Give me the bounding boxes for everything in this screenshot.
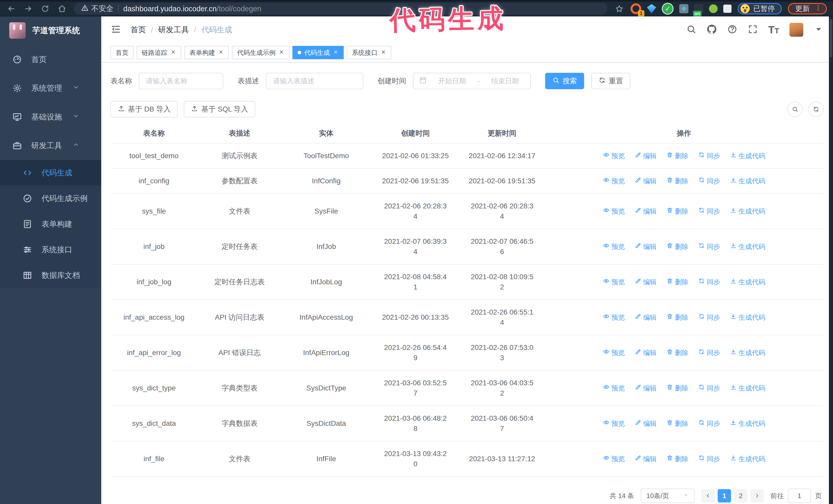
action-edit[interactable]: 编辑 <box>635 151 657 161</box>
address-bar[interactable]: 不安全 dashboard.yudao.iocoder.cn/tool/code… <box>74 3 608 15</box>
caret-down-icon[interactable] <box>813 24 824 35</box>
action-delete[interactable]: 删除 <box>666 151 688 161</box>
menu-fold-icon[interactable] <box>111 24 121 35</box>
table-name-input[interactable] <box>139 73 223 89</box>
extension-blue-gem[interactable] <box>647 4 656 13</box>
help-icon[interactable] <box>727 24 737 35</box>
action-preview[interactable]: 预览 <box>603 454 625 464</box>
sidebar-item-3[interactable]: 研发工具 <box>0 131 101 160</box>
table-row[interactable]: inf_config参数配置表InfConfig2021-02-06 19:51… <box>111 168 824 194</box>
fullscreen-icon[interactable] <box>748 24 758 35</box>
action-preview[interactable]: 预览 <box>603 151 625 161</box>
extension-green-dot[interactable] <box>709 4 718 13</box>
action-delete[interactable]: 删除 <box>666 176 688 186</box>
action-delete[interactable]: 删除 <box>666 347 688 358</box>
home-icon[interactable] <box>57 4 67 14</box>
action-delete[interactable]: 删除 <box>666 277 688 287</box>
action-preview[interactable]: 预览 <box>603 176 625 186</box>
action-sync[interactable]: 同步 <box>698 454 720 464</box>
action-generate-code[interactable]: 生成代码 <box>730 241 765 252</box>
github-icon[interactable] <box>707 24 717 35</box>
action-edit[interactable]: 编辑 <box>635 454 657 464</box>
user-avatar[interactable] <box>789 23 803 37</box>
security-warning[interactable]: 不安全 <box>81 4 114 14</box>
table-row[interactable]: inf_job_log定时任务日志表InfJobLog2021-02-08 04… <box>111 264 824 300</box>
page-button-2[interactable]: 2 <box>734 489 747 502</box>
action-delete[interactable]: 删除 <box>666 206 688 216</box>
action-sync[interactable]: 同步 <box>698 206 720 216</box>
sidebar-subitem-3[interactable]: 系统接口 <box>0 237 101 263</box>
table-row[interactable]: inf_job定时任务表InfJob2021-02-07 06:39:3 420… <box>111 229 824 264</box>
paused-badge[interactable]: 已暂停 <box>738 3 782 14</box>
table-desc-input[interactable] <box>266 73 363 89</box>
action-sync[interactable]: 同步 <box>698 312 720 322</box>
action-sync[interactable]: 同步 <box>698 418 720 429</box>
extension-green-check[interactable]: ✓ <box>662 3 673 15</box>
action-edit[interactable]: 编辑 <box>635 347 657 358</box>
extension-puzzle[interactable] <box>723 5 732 13</box>
browser-scrollbar[interactable] <box>829 17 833 504</box>
back-icon[interactable] <box>6 4 17 14</box>
close-icon[interactable] <box>170 49 176 56</box>
reset-button[interactable]: 重置 <box>591 73 630 89</box>
action-edit[interactable]: 编辑 <box>635 312 657 322</box>
action-generate-code[interactable]: 生成代码 <box>730 151 765 161</box>
action-generate-code[interactable]: 生成代码 <box>730 176 765 186</box>
extension-orange-ring[interactable]: 1 <box>630 3 641 14</box>
update-button[interactable]: 更新 <box>788 3 827 14</box>
sidebar-subitem-0[interactable]: 代码生成 <box>0 160 101 186</box>
action-preview[interactable]: 预览 <box>603 241 625 252</box>
close-icon[interactable] <box>279 49 284 56</box>
action-sync[interactable]: 同步 <box>698 241 720 252</box>
action-sync[interactable]: 同步 <box>698 277 720 287</box>
prev-page-button[interactable] <box>701 489 715 502</box>
action-edit[interactable]: 编辑 <box>635 383 657 393</box>
extension-dark[interactable]: on <box>694 4 703 13</box>
sidebar-item-2[interactable]: 基础设施 <box>0 102 101 131</box>
sidebar-item-0[interactable]: 首页 <box>0 45 101 74</box>
action-generate-code[interactable]: 生成代码 <box>730 383 765 393</box>
action-sync[interactable]: 同步 <box>698 347 720 358</box>
page-size-select[interactable]: 10条/页 <box>641 488 695 503</box>
breadcrumb-dev-tools[interactable]: 研发工具 <box>158 25 189 35</box>
close-icon[interactable] <box>218 49 224 56</box>
more-vert-icon[interactable] <box>814 4 822 14</box>
action-generate-code[interactable]: 生成代码 <box>730 454 765 464</box>
action-sync[interactable]: 同步 <box>698 176 720 186</box>
sidebar-subitem-4[interactable]: 数据库文档 <box>0 263 101 288</box>
action-generate-code[interactable]: 生成代码 <box>730 347 765 358</box>
sidebar-subitem-1[interactable]: 代码生成示例 <box>0 186 101 211</box>
action-sync[interactable]: 同步 <box>698 151 720 161</box>
table-row[interactable]: inf_api_access_logAPI 访问日志表InfApiAccessL… <box>111 300 824 335</box>
tab-4[interactable]: 代码生成 <box>292 46 344 59</box>
search-icon[interactable] <box>686 24 696 35</box>
action-preview[interactable]: 预览 <box>603 277 625 287</box>
action-edit[interactable]: 编辑 <box>635 206 657 216</box>
sidebar-subitem-2[interactable]: 表单构建 <box>0 211 101 237</box>
tab-0[interactable]: 首页 <box>111 46 134 59</box>
action-edit[interactable]: 编辑 <box>635 418 657 429</box>
table-row[interactable]: tool_test_demo测试示例表ToolTestDemo2021-02-0… <box>111 143 824 168</box>
action-generate-code[interactable]: 生成代码 <box>730 277 765 287</box>
tab-3[interactable]: 代码生成示例 <box>232 46 289 59</box>
toggle-search-button[interactable] <box>787 101 803 117</box>
action-preview[interactable]: 预览 <box>603 206 625 216</box>
close-icon[interactable] <box>333 49 339 56</box>
action-sync[interactable]: 同步 <box>698 383 720 393</box>
breadcrumb-home[interactable]: 首页 <box>130 25 146 35</box>
table-row[interactable]: sys_dict_data字典数据表SysDictData2021-03-06 … <box>111 406 824 441</box>
next-page-button[interactable] <box>751 489 764 502</box>
reload-icon[interactable] <box>40 4 50 14</box>
table-row[interactable]: sys_file文件表SysFile2021-02-06 20:28:3 420… <box>111 194 824 229</box>
sidebar-item-1[interactable]: 系统管理 <box>0 74 101 102</box>
tab-1[interactable]: 链路追踪 <box>137 46 181 59</box>
action-preview[interactable]: 预览 <box>603 347 625 358</box>
action-preview[interactable]: 预览 <box>603 312 625 322</box>
tab-2[interactable]: 表单构建 <box>184 46 229 59</box>
bookmark-star-icon[interactable] <box>614 4 624 14</box>
action-delete[interactable]: 删除 <box>666 454 688 464</box>
action-edit[interactable]: 编辑 <box>635 277 657 287</box>
import-db-button[interactable]: 基于 DB 导入 <box>111 101 177 117</box>
tab-5[interactable]: 系统接口 <box>347 46 391 59</box>
close-icon[interactable] <box>381 49 386 56</box>
